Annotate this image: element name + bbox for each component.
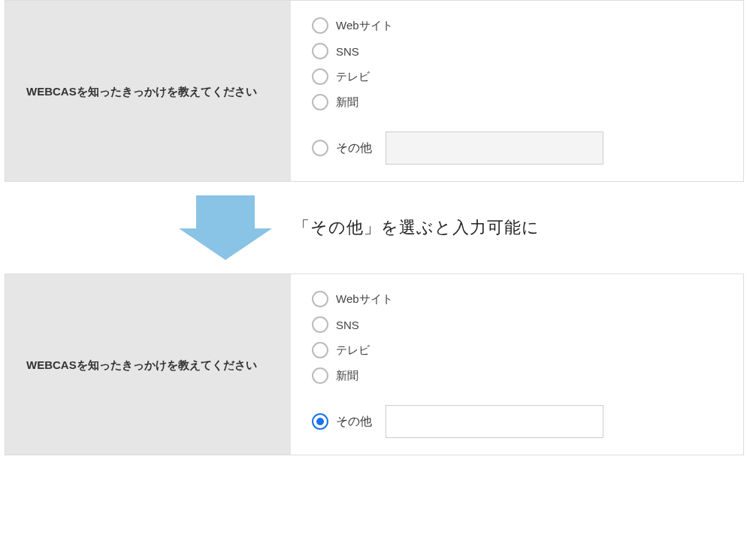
radio-option-sns[interactable]: SNS [312, 43, 728, 59]
other-text-input[interactable] [386, 405, 603, 438]
question-label: WEBCASを知ったきっかけを教えてください [26, 355, 257, 375]
radio-icon[interactable] [312, 17, 328, 34]
radio-option-tv[interactable]: テレビ [312, 68, 728, 85]
radio-icon[interactable] [312, 140, 328, 156]
radio-label: SNS [336, 45, 359, 58]
radio-label: 新聞 [336, 95, 358, 110]
question-label: WEBCASを知ったきっかけを教えてください [26, 81, 257, 101]
radio-label: その他 [336, 414, 372, 430]
radio-label: テレビ [336, 70, 370, 84]
radio-icon[interactable] [312, 68, 328, 85]
other-text-input-disabled [386, 131, 603, 165]
radio-option-newspaper[interactable]: 新聞 [312, 94, 728, 110]
form-block-after: WEBCASを知ったきっかけを教えてください Webサイト SNS テレビ 新聞… [5, 274, 744, 455]
arrow-section: 「その他」を選ぶと入力可能に [0, 195, 756, 260]
radio-option-sns[interactable]: SNS [312, 316, 728, 333]
options-cell: Webサイト SNS テレビ 新聞 その他 [291, 1, 743, 181]
radio-icon[interactable] [312, 94, 328, 110]
arrow-caption: 「その他」を選ぶと入力可能に [293, 216, 540, 239]
question-label-cell: WEBCASを知ったきっかけを教えてください [5, 1, 291, 181]
radio-option-tv[interactable]: テレビ [312, 342, 728, 358]
radio-label: SNS [336, 319, 359, 331]
radio-option-website[interactable]: Webサイト [312, 291, 728, 307]
radio-icon[interactable] [312, 316, 328, 333]
radio-icon-selected[interactable] [312, 413, 328, 430]
radio-icon[interactable] [312, 291, 328, 307]
radio-label: Webサイト [336, 292, 393, 307]
arrow-down-icon [179, 195, 272, 260]
radio-label: テレビ [336, 343, 370, 358]
options-cell: Webサイト SNS テレビ 新聞 その他 [291, 274, 743, 455]
radio-icon[interactable] [312, 342, 328, 358]
radio-dot-icon [316, 418, 324, 425]
radio-icon[interactable] [312, 367, 328, 384]
radio-option-other[interactable]: その他 [312, 131, 728, 165]
radio-option-other-selected[interactable]: その他 [312, 405, 728, 438]
radio-option-website[interactable]: Webサイト [312, 17, 728, 34]
radio-icon[interactable] [312, 43, 328, 59]
radio-label: その他 [336, 141, 372, 156]
radio-label: 新聞 [336, 369, 358, 383]
question-label-cell: WEBCASを知ったきっかけを教えてください [5, 274, 291, 455]
radio-label: Webサイト [336, 19, 393, 33]
form-block-before: WEBCASを知ったきっかけを教えてください Webサイト SNS テレビ 新聞… [5, 0, 744, 182]
radio-option-newspaper[interactable]: 新聞 [312, 367, 728, 384]
